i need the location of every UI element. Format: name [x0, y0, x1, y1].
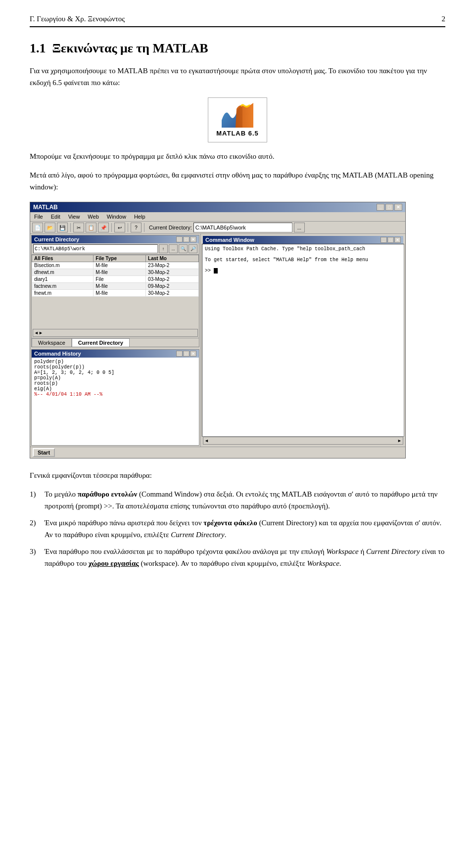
file-name: factnew.m — [32, 283, 94, 290]
page-header: Γ. Γεωργίου & Χρ. Ξενοφώντος 2 — [30, 15, 445, 27]
menu-window[interactable]: Window — [105, 213, 128, 220]
list-item-2: 2) Ένα μικρό παράθυρο πάνω αριστερά που … — [30, 517, 445, 541]
maximize-btn[interactable]: □ — [385, 204, 393, 211]
tab-bar: Workspace Current Directory — [32, 338, 199, 347]
scrollbar[interactable]: ◄► — [33, 329, 198, 337]
matlab-screenshot: MATLAB _ □ ✕ File Edit View Web Window H… — [30, 202, 406, 458]
current-dir-titlebar: Current Directory _ □ ✕ — [32, 235, 199, 243]
history-line: roots(polyder(p)) — [34, 365, 196, 370]
matlab-logo-text: MATLAB 6.5 — [216, 130, 259, 137]
general-text: Γενικά εμφανίζονται τέσσερα παράθυρα: — [30, 469, 445, 481]
intro-paragraph-1: Για να χρησιμοποιήσουμε το MATLAB πρέπει… — [30, 65, 445, 89]
matlab-titlebar: MATLAB _ □ ✕ — [30, 202, 405, 212]
italic-text-4: Workspace — [307, 559, 339, 567]
command-history-content: polyder(p) roots(polyder(p)) A=[1, 2, 3;… — [32, 358, 199, 445]
table-row: Bisection.m M-file 23-Μαρ-2 — [32, 262, 199, 269]
minimize-btn[interactable]: _ — [377, 204, 384, 211]
current-dir-panel: Current Directory _ □ ✕ ↑ ... 🔍 🔎 — [31, 235, 199, 347]
panel-minimize[interactable]: _ — [176, 236, 183, 242]
right-panel: Command Window _ □ ✕ Using Toolbox Path … — [202, 235, 404, 446]
matlab-logo-icon — [222, 103, 253, 128]
cmd-history-title: Command History — [34, 351, 81, 357]
header-left: Γ. Γεωργίου & Χρ. Ξενοφώντος — [30, 15, 125, 23]
toolbar-undo[interactable]: ↩ — [114, 223, 125, 232]
file-name: fnewt.m — [32, 290, 94, 297]
menu-edit[interactable]: Edit — [49, 213, 62, 220]
curdir-search[interactable]: 🔍 — [179, 244, 188, 253]
start-button[interactable]: Start — [33, 448, 55, 457]
menu-file[interactable]: File — [32, 213, 45, 220]
italic-text-2: Workspace — [326, 548, 358, 555]
toolbar-separator-2 — [111, 223, 112, 232]
window-controls: _ □ ✕ — [377, 204, 402, 211]
panel-controls: _ □ ✕ — [176, 236, 196, 242]
col-allfiles: All Files — [32, 255, 94, 262]
horizontal-scrollbar[interactable]: ◄► — [203, 437, 403, 445]
list-content-1: Το μεγάλο παράθυρο εντολών (Command Wind… — [45, 488, 445, 512]
cmdwin-maximize[interactable]: □ — [387, 237, 394, 243]
dir-browse-btn[interactable]: ... — [294, 223, 305, 232]
panel2-close[interactable]: ✕ — [190, 351, 196, 357]
toolbar-separator-3 — [128, 223, 128, 232]
toolbar-copy[interactable]: 📋 — [86, 223, 96, 232]
close-btn[interactable]: ✕ — [394, 204, 402, 211]
toolbar-new[interactable]: 📄 — [32, 223, 43, 232]
file-type: M-file — [94, 283, 146, 290]
command-history-panel: Command History _ □ ✕ polyder(p) roots(p… — [31, 349, 199, 446]
toolbar-separator-1 — [70, 223, 71, 232]
matlab-toolbar: 📄 📂 💾 ✂ 📋 📌 ↩ ? Current Directory: ... — [30, 222, 405, 234]
cmd-window-title: Command Window — [205, 237, 254, 243]
file-type: M-file — [94, 262, 146, 269]
file-name: diary1 — [32, 276, 94, 283]
tab-workspace[interactable]: Workspace — [32, 338, 72, 347]
menu-help[interactable]: Help — [132, 213, 147, 220]
file-date: 03-Μαρ-2 — [146, 276, 199, 283]
curdir-toolbar: ↑ ... 🔍 🔎 — [32, 243, 199, 255]
history-line: roots(p) — [34, 381, 196, 386]
file-list-container: All Files File Type Last Mo Bisection.m … — [32, 255, 199, 329]
curdir-browse[interactable]: ... — [169, 244, 178, 253]
cmdwin-close[interactable]: ✕ — [394, 237, 401, 243]
cmd-window-titlebar: Command Window _ □ ✕ — [203, 236, 403, 244]
matlab-logo-container: MATLAB 6.5 — [30, 97, 445, 142]
start-bar: Start — [30, 447, 405, 458]
bold-text-1: παράθυρο εντολών — [78, 490, 137, 498]
toolbar-help[interactable]: ? — [131, 223, 142, 232]
section-title: 1.1 Ξεκινώντας με τη MATLAB — [30, 41, 445, 56]
file-type: File — [94, 276, 146, 283]
panel-close[interactable]: ✕ — [190, 236, 196, 242]
curdir-find[interactable]: 🔎 — [189, 244, 197, 253]
panel2-maximize[interactable]: □ — [183, 351, 190, 357]
list-num-3: 3) — [30, 546, 45, 569]
list-item-1: 1) Το μεγάλο παράθυρο εντολών (Command W… — [30, 488, 445, 512]
left-panels: Current Directory _ □ ✕ ↑ ... 🔍 🔎 — [30, 234, 201, 447]
intro-paragraph-2: Μπορούμε να ξεκινήσουμε το πρόγραμμα με … — [30, 150, 445, 162]
bold-text-2: τρέχοντα φάκελο — [203, 519, 257, 527]
toolbar-cut[interactable]: ✂ — [73, 223, 84, 232]
toolbar-open[interactable]: 📂 — [45, 223, 55, 232]
menu-view[interactable]: View — [66, 213, 82, 220]
tab-current-directory[interactable]: Current Directory — [72, 338, 130, 347]
panel2-minimize[interactable]: _ — [176, 351, 183, 357]
panel-maximize[interactable]: □ — [183, 236, 190, 242]
curdir-up[interactable]: ↑ — [159, 244, 168, 253]
cmd-line-1: Using Toolbox Path Cache. Type "help too… — [205, 246, 401, 252]
curdir-path-input[interactable] — [33, 244, 158, 253]
cmdwin-controls: _ □ ✕ — [380, 237, 401, 243]
matlab-menubar: File Edit View Web Window Help — [30, 212, 405, 222]
current-directory-input[interactable] — [193, 223, 292, 232]
menu-web[interactable]: Web — [86, 213, 100, 220]
file-date: 09-Μαρ-2 — [146, 283, 199, 290]
history-line: eig(A) — [34, 386, 196, 392]
toolbar-save[interactable]: 💾 — [57, 223, 68, 232]
toolbar-separator-4 — [144, 223, 144, 232]
table-row: dfnewt.m M-file 30-Μαρ-2 — [32, 269, 199, 276]
table-row: factnew.m M-file 09-Μαρ-2 — [32, 283, 199, 290]
cmdwin-minimize[interactable]: _ — [380, 237, 387, 243]
history-line: p=poly(A) — [34, 375, 196, 381]
command-window-content[interactable]: Using Toolbox Path Cache. Type "help too… — [202, 244, 404, 437]
toolbar-paste[interactable]: 📌 — [98, 223, 109, 232]
list-num-2: 2) — [30, 517, 45, 541]
list-content-2: Ένα μικρό παράθυρο πάνω αριστερά που δεί… — [45, 517, 445, 541]
dir-label: Current Directory: — [149, 225, 192, 230]
